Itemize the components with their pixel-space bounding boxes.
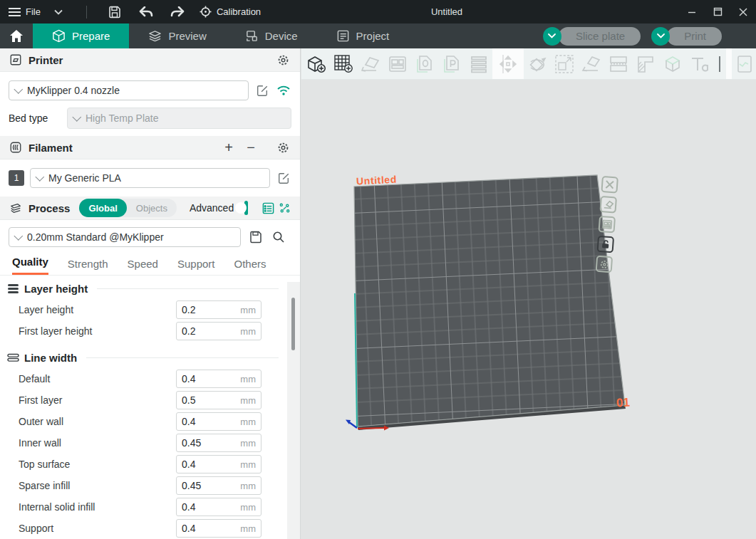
tab-preview-label: Preview — [168, 30, 206, 42]
remove-filament-button[interactable]: − — [243, 140, 259, 155]
filament-section-header: Filament + − — [0, 136, 300, 159]
wifi-connection-icon[interactable] — [276, 83, 291, 98]
layer-height-input[interactable]: 0.2mm — [176, 300, 262, 319]
setting-row: First layer 0.5mm — [0, 389, 300, 411]
arrange-button[interactable] — [385, 52, 409, 76]
place-on-face-button[interactable] — [579, 52, 603, 76]
compare-presets-icon[interactable] — [279, 200, 291, 216]
arrange-icon — [387, 53, 408, 75]
viewport-canvas[interactable]: Untitled 01 — [301, 80, 756, 539]
advanced-toggle[interactable] — [244, 201, 248, 215]
setting-row: Support 0.4mm — [0, 518, 300, 539]
lock-plate-button[interactable] — [597, 236, 615, 253]
calibration-label: Calibration — [217, 6, 261, 17]
variable-layer-height-button[interactable] — [633, 52, 657, 76]
rotate-button[interactable] — [525, 52, 549, 76]
slice-dropdown-button[interactable] — [543, 27, 561, 46]
setting-row: Inner wall 0.45mm — [0, 432, 300, 454]
delete-plate-button[interactable] — [601, 176, 618, 194]
add-object-button[interactable] — [304, 52, 328, 76]
tab-device[interactable]: Device — [226, 23, 317, 48]
window-title: Untitled — [431, 6, 462, 17]
paste-object-button[interactable] — [440, 52, 463, 76]
tab-prepare[interactable]: Prepare — [33, 23, 129, 48]
line-width-outer-wall-input[interactable]: 0.4mm — [176, 412, 262, 431]
parameter-list-icon[interactable] — [262, 200, 275, 216]
close-button[interactable] — [730, 0, 756, 23]
home-button[interactable] — [0, 23, 33, 48]
settings-scrollbar-thumb[interactable] — [291, 298, 295, 350]
printer-settings-gear-icon[interactable] — [275, 52, 291, 68]
setting-row: Default 0.4mm — [0, 368, 300, 389]
process-scope-toggle: Global Objects — [79, 199, 177, 217]
file-menu[interactable]: File — [9, 6, 41, 17]
auto-orient-plate-button[interactable] — [599, 196, 617, 214]
line-width-internal-solid-infill-input[interactable]: 0.4mm — [176, 498, 262, 516]
layers-view-button[interactable] — [467, 52, 490, 76]
tab-strength[interactable]: Strength — [68, 258, 108, 275]
parameter-tabs: Quality Strength Speed Support Others — [0, 253, 300, 276]
filament-preset-select[interactable]: My Generic PLA — [30, 168, 270, 188]
move-icon — [497, 53, 519, 75]
arrange-plate-button[interactable] — [598, 216, 616, 234]
scope-objects-button[interactable]: Objects — [127, 199, 177, 217]
tab-support[interactable]: Support — [177, 258, 215, 275]
line-width-sparse-infill-input[interactable]: 0.45mm — [176, 476, 262, 495]
copy-object-icon — [414, 53, 435, 75]
assembly-view-button[interactable] — [661, 52, 684, 76]
redo-icon[interactable] — [170, 4, 185, 20]
line-width-default-input[interactable]: 0.4mm — [176, 370, 262, 388]
process-preset-value: 0.20mm Standard @MyKlipper — [27, 231, 164, 243]
assembly-view-icon — [662, 53, 683, 75]
build-plate[interactable] — [354, 175, 625, 427]
process-section-header: Process Global Objects Advanced — [0, 197, 300, 220]
scope-global-button[interactable]: Global — [79, 199, 126, 217]
filament-settings-gear-icon[interactable] — [275, 140, 291, 155]
slice-plate-button[interactable]: Slice plate — [559, 27, 641, 46]
add-filament-button[interactable]: + — [221, 140, 237, 155]
move-button[interactable] — [496, 52, 519, 76]
measure-button[interactable] — [733, 52, 756, 76]
tab-quality[interactable]: Quality — [12, 256, 48, 275]
tab-project[interactable]: Project — [317, 23, 409, 48]
printer-preset-select[interactable]: MyKlipper 0.4 nozzle — [9, 80, 249, 100]
maximize-button[interactable] — [705, 0, 730, 23]
save-preset-icon[interactable] — [248, 229, 264, 245]
copy-object-button[interactable] — [413, 52, 436, 76]
undo-icon[interactable] — [138, 4, 154, 20]
menu-chevron-down-icon[interactable] — [51, 4, 66, 20]
measure-icon — [735, 53, 756, 75]
calibration-button[interactable]: Calibration — [200, 6, 261, 18]
process-preset-select[interactable]: 0.20mm Standard @MyKlipper — [9, 227, 241, 247]
scale-button[interactable] — [552, 52, 576, 76]
auto-orient-icon — [360, 53, 381, 75]
scale-icon — [554, 53, 575, 75]
minimize-button[interactable] — [679, 0, 705, 23]
layer-height-icon — [7, 283, 19, 294]
line-width-top-surface-input[interactable]: 0.4mm — [176, 455, 262, 473]
first-layer-height-input[interactable]: 0.2mm — [176, 322, 262, 340]
print-button[interactable]: Print — [667, 27, 722, 46]
print-dropdown-button[interactable] — [651, 27, 670, 46]
add-plate-button[interactable] — [331, 52, 355, 76]
bed-type-select[interactable]: High Temp Plate — [67, 108, 291, 129]
edit-filament-icon[interactable] — [276, 170, 291, 186]
advanced-label: Advanced — [190, 202, 234, 214]
line-width-support-input[interactable]: 0.4mm — [176, 519, 262, 538]
save-icon[interactable] — [107, 4, 123, 20]
line-width-first-layer-input[interactable]: 0.5mm — [176, 391, 262, 409]
sidebar: Printer MyKlipper 0.4 nozzle Bed type Hi… — [0, 48, 301, 539]
chevron-down-icon — [35, 172, 44, 182]
plate-settings-button[interactable] — [596, 256, 613, 273]
search-settings-icon[interactable] — [271, 229, 286, 245]
line-width-inner-wall-input[interactable]: 0.45mm — [176, 434, 262, 452]
printer-section-title: Printer — [29, 54, 63, 66]
split-to-parts-button[interactable] — [606, 52, 630, 76]
setting-row: First layer height 0.2mm — [0, 320, 300, 342]
tab-speed[interactable]: Speed — [128, 258, 158, 275]
text-shape-button[interactable] — [688, 52, 711, 76]
auto-orient-button[interactable] — [358, 52, 382, 76]
edit-printer-icon[interactable] — [254, 83, 270, 98]
tab-preview[interactable]: Preview — [129, 23, 225, 48]
tab-others[interactable]: Others — [234, 258, 266, 275]
